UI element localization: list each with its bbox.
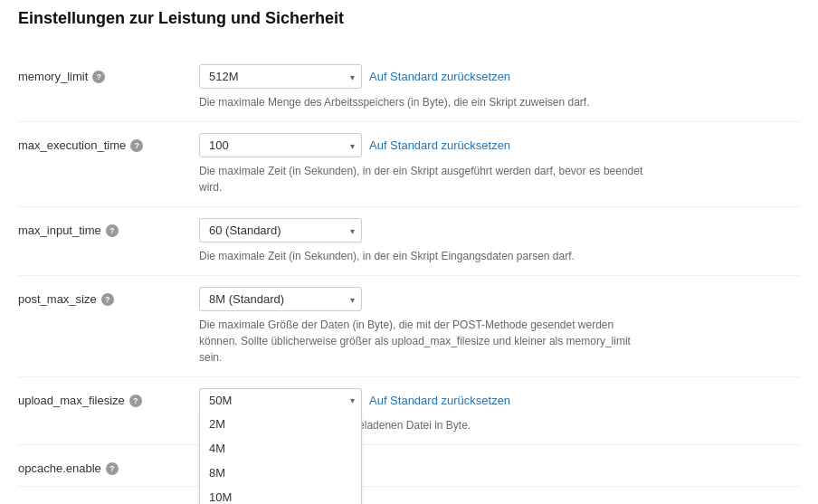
dropdown-item-4m[interactable]: 4M bbox=[200, 436, 361, 461]
select-memory-limit[interactable]: 512M bbox=[199, 64, 362, 89]
dropdown-list-upload-max-filesize: 2M 4M 8M 10M 16M bbox=[199, 412, 362, 504]
reset-link-upload-max-filesize[interactable]: Auf Standard zurücksetzen bbox=[369, 394, 510, 407]
description-max-execution-time: Die maximale Zeit (in Sekunden), in der … bbox=[199, 163, 652, 195]
label-memory-limit: memory_limit bbox=[18, 70, 88, 83]
select-wrapper-post-max-size: 8M (Standard) ▾ bbox=[199, 287, 362, 311]
label-cell-post-max-size: post_max_size ? bbox=[18, 287, 199, 306]
label-upload-max-filesize: upload_max_filesize bbox=[18, 394, 125, 407]
settings-row-disable-functions: disable_functions ? (Standard) ▾ Deaktiv… bbox=[18, 486, 800, 504]
settings-container: memory_limit ? 512M ▾ Auf Standard zurüc… bbox=[18, 53, 800, 504]
dropdown-item-8m[interactable]: 8M bbox=[200, 461, 361, 485]
control-row-post-max-size: 8M (Standard) ▾ bbox=[199, 287, 800, 311]
label-opcache-enable: opcache.enable bbox=[18, 461, 101, 475]
description-memory-limit: Die maximale Menge des Arbeitsspeichers … bbox=[199, 94, 652, 110]
settings-row-upload-max-filesize: upload_max_filesize ? 50M ▾ 2M 4M 8M bbox=[18, 376, 800, 444]
label-cell-upload-max-filesize: upload_max_filesize ? bbox=[18, 388, 199, 407]
select-wrapper-max-execution-time: 100 ▾ bbox=[199, 133, 362, 157]
help-icon-opcache-enable[interactable]: ? bbox=[106, 462, 119, 475]
settings-row-max-execution-time: max_execution_time ? 100 ▾ Auf Standard … bbox=[18, 121, 800, 206]
settings-row-post-max-size: post_max_size ? 8M (Standard) ▾ Die maxi… bbox=[18, 275, 800, 376]
label-cell-memory-limit: memory_limit ? bbox=[18, 64, 199, 83]
control-row-max-input-time: 60 (Standard) ▾ bbox=[199, 218, 800, 242]
label-cell-max-input-time: max_input_time ? bbox=[18, 218, 199, 237]
settings-row-opcache-enable: opcache.enable ? bbox=[18, 444, 800, 486]
dropdown-wrapper-upload-max-filesize: 50M ▾ 2M 4M 8M 10M 16M bbox=[199, 388, 362, 412]
control-cell-memory-limit: 512M ▾ Auf Standard zurücksetzen Die max… bbox=[199, 64, 800, 110]
help-icon-post-max-size[interactable]: ? bbox=[101, 293, 114, 306]
label-cell-max-execution-time: max_execution_time ? bbox=[18, 133, 199, 152]
page-title: Einstellungen zur Leistung und Sicherhei… bbox=[18, 9, 800, 35]
control-cell-max-execution-time: 100 ▾ Auf Standard zurücksetzen Die maxi… bbox=[199, 133, 800, 195]
control-cell-post-max-size: 8M (Standard) ▾ Die maximale Größe der D… bbox=[199, 287, 800, 366]
settings-row-max-input-time: max_input_time ? 60 (Standard) ▾ Die max… bbox=[18, 206, 800, 275]
label-cell-disable-functions: disable_functions ? bbox=[18, 498, 199, 504]
control-cell-upload-max-filesize: 50M ▾ 2M 4M 8M 10M 16M Auf Standard zurü… bbox=[199, 388, 800, 433]
label-post-max-size: post_max_size bbox=[18, 292, 97, 306]
label-max-execution-time: max_execution_time bbox=[18, 138, 126, 152]
select-wrapper-max-input-time: 60 (Standard) ▾ bbox=[199, 218, 362, 242]
description-post-max-size: Die maximale Größe der Daten (in Byte), … bbox=[199, 317, 652, 366]
select-post-max-size[interactable]: 8M (Standard) bbox=[199, 287, 362, 311]
help-icon-max-execution-time[interactable]: ? bbox=[130, 139, 143, 152]
help-icon-memory-limit[interactable]: ? bbox=[92, 71, 105, 83]
reset-link-memory-limit[interactable]: Auf Standard zurücksetzen bbox=[369, 70, 510, 83]
description-max-input-time: Die maximale Zeit (in Sekunden), in der … bbox=[199, 248, 652, 264]
label-max-input-time: max_input_time bbox=[18, 223, 101, 237]
help-icon-max-input-time[interactable]: ? bbox=[106, 224, 119, 237]
control-cell-max-input-time: 60 (Standard) ▾ Die maximale Zeit (in Se… bbox=[199, 218, 800, 264]
select-max-input-time[interactable]: 60 (Standard) bbox=[199, 218, 362, 242]
select-wrapper-memory-limit: 512M ▾ bbox=[199, 64, 362, 89]
control-row-upload-max-filesize: 50M ▾ 2M 4M 8M 10M 16M Auf Standard zurü… bbox=[199, 388, 800, 412]
select-max-execution-time[interactable]: 100 bbox=[199, 133, 362, 157]
reset-link-max-execution-time[interactable]: Auf Standard zurücksetzen bbox=[369, 138, 510, 152]
control-row-memory-limit: 512M ▾ Auf Standard zurücksetzen bbox=[199, 64, 800, 89]
label-cell-opcache-enable: opcache.enable ? bbox=[18, 456, 199, 475]
select-upload-max-filesize[interactable]: 50M bbox=[199, 388, 362, 412]
control-row-max-execution-time: 100 ▾ Auf Standard zurücksetzen bbox=[199, 133, 800, 157]
dropdown-item-2m[interactable]: 2M bbox=[200, 412, 361, 436]
dropdown-item-10m[interactable]: 10M bbox=[200, 485, 361, 504]
settings-row-memory-limit: memory_limit ? 512M ▾ Auf Standard zurüc… bbox=[18, 53, 800, 121]
help-icon-upload-max-filesize[interactable]: ? bbox=[129, 395, 142, 407]
